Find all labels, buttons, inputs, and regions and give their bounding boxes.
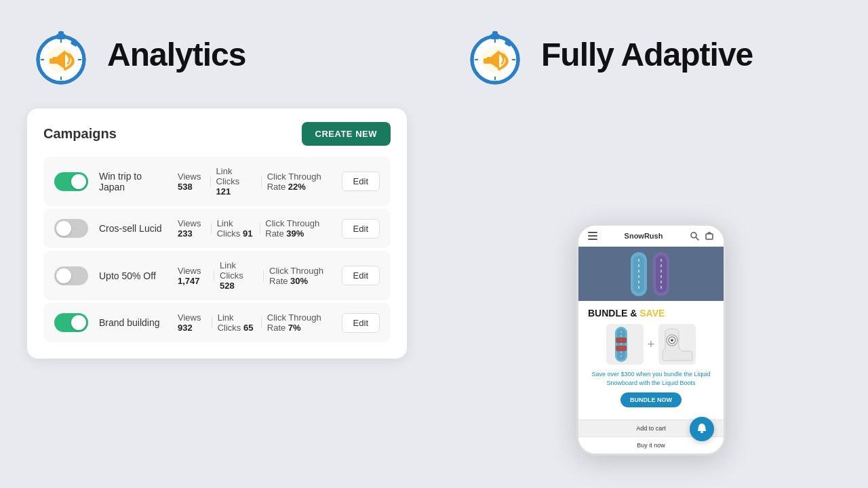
fully-adaptive-header: Fully Adaptive <box>434 0 868 108</box>
campaign-name-4: Brand building <box>99 317 167 328</box>
hamburger-icon[interactable] <box>588 232 597 240</box>
ctr-stat-4: Click Through Rate 7% <box>267 312 331 333</box>
buy-now-label[interactable]: Buy it now <box>637 442 665 449</box>
toggle-knob-4 <box>71 315 86 330</box>
views-stat-1: Views 538 <box>178 171 205 192</box>
bell-icon <box>695 422 709 436</box>
table-row: Upto 50% Off Views 1,747 Link Clicks 528… <box>43 251 391 300</box>
left-section: Analytics Campaigns CREATE NEW Win trip … <box>0 0 434 488</box>
campaign-stats-1: Views 538 Link Clicks 121 Click Through … <box>178 166 331 197</box>
edit-button-4[interactable]: Edit <box>342 313 380 333</box>
svg-rect-26 <box>588 239 597 240</box>
campaign-stats-4: Views 932 Link Clicks 65 Click Through R… <box>178 312 331 333</box>
svg-rect-39 <box>616 338 627 343</box>
svg-point-27 <box>691 232 696 238</box>
svg-rect-25 <box>588 235 597 237</box>
stat-divider <box>211 223 212 234</box>
phone-hero-image <box>578 247 724 301</box>
svg-rect-24 <box>588 232 597 233</box>
phone-nav-icons <box>588 232 597 240</box>
ctr-stat-1: Click Through Rate 22% <box>267 171 331 192</box>
svg-rect-29 <box>706 234 713 239</box>
campaign-panel: Campaigns CREATE NEW Win trip to Japan V… <box>27 108 407 359</box>
campaign-toggle-4[interactable] <box>54 313 88 332</box>
toggle-knob-1 <box>71 174 86 189</box>
plus-icon: + <box>648 338 655 352</box>
phone-topbar: SnowRush <box>578 226 724 247</box>
create-new-button[interactable]: CREATE NEW <box>302 122 391 146</box>
store-name: SnowRush <box>625 232 663 240</box>
svg-line-28 <box>696 238 699 241</box>
boots-product-thumb <box>658 324 696 365</box>
campaign-name-2: Cros-sell Lucid <box>99 223 167 234</box>
bundle-title-part1: BUNDLE & <box>588 308 639 319</box>
svg-rect-45 <box>701 424 703 425</box>
phone-action-icons <box>690 231 714 241</box>
campaign-toggle-3[interactable] <box>54 266 88 285</box>
search-icon[interactable] <box>690 231 699 241</box>
snowboard-product-thumb <box>606 324 644 365</box>
campaign-header: Campaigns CREATE NEW <box>43 122 391 146</box>
bundle-now-button[interactable]: BUNDLE NOW <box>620 392 682 407</box>
campaign-stats-3: Views 1,747 Link Clicks 528 Click Throug… <box>178 260 331 291</box>
table-row: Brand building Views 932 Link Clicks 65 … <box>43 303 391 342</box>
ctr-stat-3: Click Through Rate 30% <box>269 266 331 286</box>
phone-mockup: SnowRush <box>576 224 726 455</box>
svg-rect-44 <box>701 431 703 433</box>
edit-button-3[interactable]: Edit <box>342 266 380 285</box>
right-section: Fully Adaptive SnowRush <box>434 0 868 488</box>
analytics-stopwatch-icon <box>27 20 95 88</box>
stat-divider <box>214 270 214 281</box>
campaign-name-3: Upto 50% Off <box>99 270 167 281</box>
stat-divider <box>210 176 211 187</box>
bundle-title: BUNDLE & SAVE <box>588 308 714 319</box>
views-stat-2: Views 233 <box>178 218 205 239</box>
svg-rect-40 <box>616 346 627 351</box>
svg-rect-3 <box>58 31 64 35</box>
fully-adaptive-stopwatch-icon <box>461 20 529 88</box>
campaign-stats-2: Views 233 Link Clicks 91 Click Through R… <box>178 218 331 239</box>
snowboard-product-image <box>610 325 640 363</box>
stat-divider <box>260 223 260 234</box>
boots-product-image <box>658 325 696 363</box>
phone-container: SnowRush <box>434 108 868 455</box>
edit-button-1[interactable]: Edit <box>342 171 380 191</box>
bundle-save-text: SAVE <box>639 308 665 319</box>
campaign-name-1: Win trip to Japan <box>99 171 167 192</box>
link-clicks-stat-4: Link Clicks 65 <box>218 312 256 333</box>
campaigns-heading: Campaigns <box>43 126 117 142</box>
add-to-cart-label[interactable]: Add to cart <box>636 425 666 432</box>
bundle-description: Save over $300 when you bundle the Liqui… <box>588 370 714 387</box>
views-stat-3: Views 1,747 <box>178 266 208 286</box>
svg-rect-11 <box>50 58 54 64</box>
table-row: Win trip to Japan Views 538 Link Clicks … <box>43 157 391 206</box>
phone-promo-card: BUNDLE & SAVE <box>578 301 724 420</box>
toggle-knob-3 <box>56 268 71 283</box>
campaign-list: Win trip to Japan Views 538 Link Clicks … <box>43 157 391 342</box>
analytics-title: Analytics <box>107 36 245 73</box>
table-row: Cros-sell Lucid Views 233 Link Clicks 91… <box>43 209 391 248</box>
toggle-knob-2 <box>56 221 71 236</box>
notification-bell-button[interactable] <box>690 417 714 441</box>
link-clicks-stat-2: Link Clicks 91 <box>217 218 254 239</box>
svg-rect-23 <box>484 58 488 64</box>
stat-divider <box>212 317 212 328</box>
cart-icon[interactable] <box>705 231 714 241</box>
bundle-products: + <box>588 324 714 365</box>
campaign-toggle-1[interactable] <box>54 172 88 191</box>
snowboard-hero-image <box>627 249 675 300</box>
link-clicks-stat-3: Link Clicks 528 <box>220 260 258 291</box>
link-clicks-stat-1: Link Clicks 121 <box>216 166 256 197</box>
views-stat-4: Views 932 <box>178 312 206 333</box>
fully-adaptive-title: Fully Adaptive <box>541 36 753 73</box>
analytics-header: Analytics <box>0 0 434 108</box>
svg-rect-15 <box>492 31 498 35</box>
stat-divider <box>261 317 262 328</box>
svg-point-43 <box>671 339 673 342</box>
ctr-stat-2: Click Through Rate 39% <box>265 218 330 239</box>
edit-button-2[interactable]: Edit <box>342 219 380 239</box>
stat-divider <box>263 270 264 281</box>
campaign-toggle-2[interactable] <box>54 219 88 238</box>
stat-divider <box>261 176 262 187</box>
